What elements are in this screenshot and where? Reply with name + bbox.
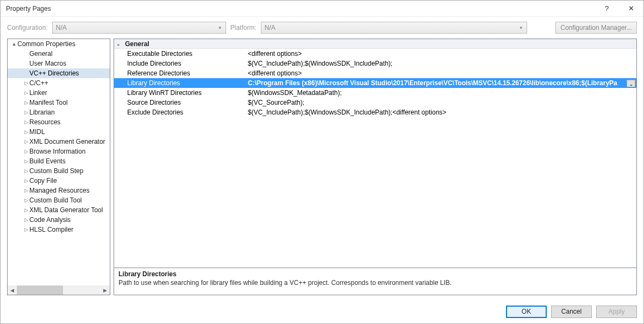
tree-item-label: General bbox=[29, 50, 53, 58]
cancel-button[interactable]: Cancel bbox=[551, 306, 592, 318]
tree-item[interactable]: ▷Browse Information bbox=[8, 147, 110, 156]
tree-item-label: Browse Information bbox=[29, 148, 85, 155]
collapsed-icon[interactable]: ▷ bbox=[23, 217, 29, 223]
collapsed-icon[interactable]: ▷ bbox=[23, 129, 29, 135]
collapsed-icon[interactable]: ▷ bbox=[23, 188, 29, 193]
collapsed-icon[interactable]: ▷ bbox=[23, 198, 29, 203]
platform-label: Platform: bbox=[230, 24, 257, 31]
tree-item[interactable]: ▷Resources bbox=[8, 117, 110, 127]
right-pane: ⌄ General Executable Directories<differe… bbox=[114, 39, 637, 295]
apply-button[interactable]: Apply bbox=[596, 306, 637, 318]
property-row[interactable]: Library DirectoriesC:\Program Files (x86… bbox=[114, 78, 636, 88]
collapsed-icon[interactable]: ▷ bbox=[23, 80, 29, 86]
property-value[interactable]: $(WindowsSDK_MetadataPath); bbox=[248, 89, 636, 97]
tree-item-label: VC++ Directories bbox=[29, 69, 79, 77]
tree-item-label: Manifest Tool bbox=[29, 99, 67, 106]
property-value[interactable]: <different options> bbox=[248, 50, 636, 58]
platform-combo[interactable]: N/A ▼ bbox=[261, 22, 527, 34]
tree-item-label: Build Events bbox=[29, 157, 66, 165]
collapse-icon[interactable]: ⌄ bbox=[116, 41, 123, 47]
collapsed-icon[interactable]: ▷ bbox=[23, 149, 29, 154]
description-panel: Library Directories Path to use when sea… bbox=[114, 268, 637, 295]
property-row[interactable]: Reference Directories<different options> bbox=[114, 68, 636, 78]
tree-item[interactable]: General bbox=[8, 49, 110, 59]
tree-item[interactable]: ▷Managed Resources bbox=[8, 186, 110, 195]
configuration-value: N/A bbox=[56, 24, 67, 31]
tree-item-label: Common Properties bbox=[17, 40, 76, 48]
grid-group-header[interactable]: ⌄ General bbox=[114, 39, 636, 49]
property-row[interactable]: Include Directories$(VC_IncludePath);$(W… bbox=[114, 59, 636, 68]
category-tree[interactable]: ▲Common PropertiesGeneralUser MacrosVC++… bbox=[7, 39, 110, 295]
tree-item-label: Managed Resources bbox=[29, 187, 90, 194]
tree-item[interactable]: ▷XML Data Generator Tool bbox=[8, 205, 110, 215]
property-row[interactable]: Source Directories$(VC_SourcePath); bbox=[114, 98, 636, 107]
tree-item[interactable]: ▷MIDL bbox=[8, 127, 110, 137]
collapsed-icon[interactable]: ▷ bbox=[23, 119, 29, 125]
close-button[interactable]: ✕ bbox=[619, 1, 643, 17]
tree-item-label: Linker bbox=[29, 89, 47, 97]
property-row[interactable]: Executable Directories<different options… bbox=[114, 49, 636, 59]
tree-item[interactable]: User Macros bbox=[8, 59, 110, 68]
tree-item-label: Copy File bbox=[29, 177, 57, 185]
property-name: Executable Directories bbox=[114, 50, 248, 58]
property-grid[interactable]: ⌄ General Executable Directories<differe… bbox=[114, 39, 637, 268]
property-value[interactable]: $(VC_IncludePath);$(WindowsSDK_IncludePa… bbox=[248, 60, 636, 67]
configuration-combo[interactable]: N/A ▼ bbox=[52, 22, 226, 34]
tree-item[interactable]: ▷Custom Build Step bbox=[8, 166, 110, 176]
collapsed-icon[interactable]: ▷ bbox=[23, 158, 29, 164]
help-button[interactable]: ? bbox=[595, 1, 619, 17]
tree-item[interactable]: ▷C/C++ bbox=[8, 78, 110, 88]
property-value[interactable]: C:\Program Files (x86)\Microsoft Visual … bbox=[248, 79, 636, 87]
scroll-right-icon[interactable]: ▶ bbox=[101, 285, 110, 295]
tree-item-label: MIDL bbox=[29, 128, 45, 136]
collapsed-icon[interactable]: ▷ bbox=[23, 90, 29, 96]
dialog-body: ▲Common PropertiesGeneralUser MacrosVC++… bbox=[1, 39, 643, 300]
description-text: Path to use when searching for library f… bbox=[118, 279, 632, 287]
collapsed-icon[interactable]: ▷ bbox=[23, 227, 29, 232]
tree-item[interactable]: ▷Custom Build Tool bbox=[8, 195, 110, 205]
property-value[interactable]: <different options> bbox=[248, 69, 636, 77]
tree-item-label: Custom Build Tool bbox=[29, 196, 82, 204]
property-row[interactable]: Exclude Directories$(VC_IncludePath);$(W… bbox=[114, 107, 636, 117]
platform-value: N/A bbox=[265, 24, 276, 31]
scroll-thumb[interactable] bbox=[17, 285, 63, 295]
property-value[interactable]: $(VC_IncludePath);$(WindowsSDK_IncludePa… bbox=[248, 109, 636, 116]
collapsed-icon[interactable]: ▷ bbox=[23, 178, 29, 183]
tree-item-label: Resources bbox=[29, 118, 60, 126]
configuration-manager-button[interactable]: Configuration Manager... bbox=[555, 22, 637, 34]
collapsed-icon[interactable]: ▷ bbox=[23, 110, 29, 115]
collapsed-icon[interactable]: ▷ bbox=[23, 207, 29, 213]
description-title: Library Directories bbox=[118, 270, 632, 278]
property-name: Include Directories bbox=[114, 60, 248, 67]
property-name: Exclude Directories bbox=[114, 109, 248, 116]
property-name: Source Directories bbox=[114, 99, 248, 106]
tree-item-label: XML Document Generator bbox=[29, 138, 105, 145]
tree-item[interactable]: ▷HLSL Compiler bbox=[8, 225, 110, 234]
tree-item[interactable]: ▷Linker bbox=[8, 88, 110, 98]
property-value[interactable]: $(VC_SourcePath); bbox=[248, 99, 636, 106]
tree-item[interactable]: ▲Common Properties bbox=[8, 39, 110, 49]
collapsed-icon[interactable]: ▷ bbox=[23, 100, 29, 105]
tree-item[interactable]: ▷Build Events bbox=[8, 156, 110, 166]
tree-item[interactable]: ▷Manifest Tool bbox=[8, 98, 110, 107]
collapsed-icon[interactable]: ▷ bbox=[23, 168, 29, 174]
tree-item[interactable]: ▷Code Analysis bbox=[8, 215, 110, 225]
dialog-footer: OK Cancel Apply bbox=[1, 300, 643, 323]
tree-item[interactable]: ▷Librarian bbox=[8, 107, 110, 117]
tree-item[interactable]: VC++ Directories bbox=[8, 68, 110, 78]
tree-item-label: C/C++ bbox=[29, 79, 48, 87]
property-row[interactable]: Library WinRT Directories$(WindowsSDK_Me… bbox=[114, 88, 636, 98]
expanded-icon[interactable]: ▲ bbox=[11, 41, 17, 47]
tree-item-label: Code Analysis bbox=[29, 216, 71, 224]
dropdown-icon[interactable]: ⌄ bbox=[627, 80, 635, 87]
scroll-left-icon[interactable]: ◀ bbox=[8, 285, 17, 295]
tree-item-label: Custom Build Step bbox=[29, 167, 83, 175]
tree-item[interactable]: ▷XML Document Generator bbox=[8, 137, 110, 147]
tree-item-label: Librarian bbox=[29, 109, 55, 116]
tree-hscrollbar[interactable]: ◀ ▶ bbox=[8, 285, 110, 295]
grid-rows: Executable Directories<different options… bbox=[114, 49, 636, 117]
scroll-track[interactable] bbox=[17, 285, 101, 295]
ok-button[interactable]: OK bbox=[506, 306, 547, 318]
tree-item[interactable]: ▷Copy File bbox=[8, 176, 110, 186]
collapsed-icon[interactable]: ▷ bbox=[23, 139, 29, 144]
